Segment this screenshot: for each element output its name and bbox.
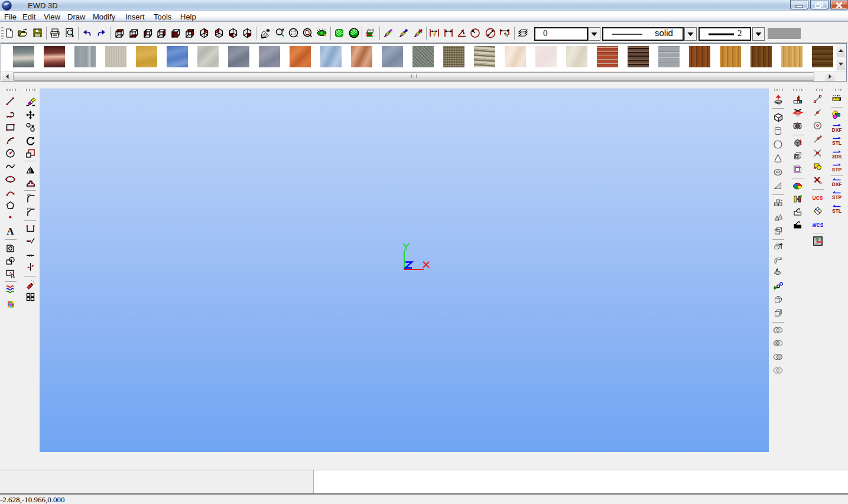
svg-text:STP: STP [831,194,841,200]
svg-text:3DS: 3DS [831,153,841,159]
svg-text:DXF: DXF [831,126,841,132]
svg-text:UCS: UCS [813,194,823,200]
svg-text:DXF: DXF [831,181,841,187]
svg-text:STL: STL [831,207,841,213]
svg-text:A: A [7,226,14,236]
svg-text:(u,v): (u,v) [368,28,374,31]
svg-text:STP: STP [831,167,841,173]
svg-text:WCS: WCS [813,222,823,227]
svg-text:STL: STL [831,140,841,146]
